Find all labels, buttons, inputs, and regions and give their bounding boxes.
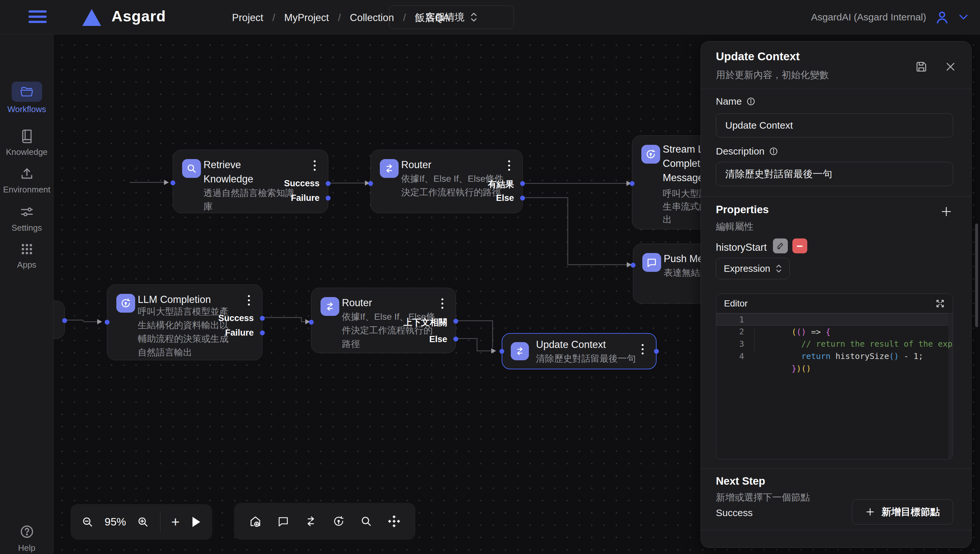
node-llm-completion[interactable]: LLM Completion 呼叫大型語言模型並產生結構化的資料輸出以輔助流程的…	[107, 285, 263, 360]
minus-icon[interactable]: −	[792, 239, 807, 253]
sidebar-item-help[interactable]: Help	[0, 524, 54, 553]
port-failure: Failure	[225, 328, 254, 338]
code-line: 1(() => {	[716, 313, 948, 326]
account-area[interactable]: AsgardAI (Asgard Internal)	[811, 0, 969, 34]
info-icon	[746, 97, 755, 106]
zoom-in-icon[interactable]	[137, 516, 149, 528]
breadcrumb-collection[interactable]: Collection	[350, 12, 394, 24]
speech-bubble-icon[interactable]	[277, 515, 289, 527]
sidebar: Workflows Knowledge Environment Settings…	[0, 34, 54, 554]
sidebar-item-knowledge[interactable]: Knowledge	[0, 129, 54, 157]
input-port-dot[interactable]	[368, 181, 373, 186]
output-port-dot-failure[interactable]	[326, 196, 331, 201]
plus-icon	[865, 507, 875, 517]
node-router-2[interactable]: Router 依據If、Else If、Else條件決定工作流程執行的路徑 上下…	[311, 288, 456, 353]
property-name: historyStart	[716, 242, 767, 253]
plus-icon[interactable]	[940, 205, 953, 218]
output-port-dot-success[interactable]	[260, 316, 265, 321]
property-type-select[interactable]: Expression	[716, 258, 790, 279]
output-port-dot-else[interactable]	[453, 337, 458, 341]
name-input[interactable]: Update Context	[716, 113, 953, 137]
input-port-dot[interactable]	[171, 180, 175, 185]
router-arrows-icon	[511, 342, 529, 360]
top-bar: Asgard Project / MyProject / Collection …	[0, 0, 980, 34]
port-failure: Failure	[291, 193, 320, 203]
breadcrumb-project[interactable]: Project	[232, 12, 263, 24]
toolbar-divider	[160, 512, 161, 532]
zoom-out-icon[interactable]	[81, 516, 94, 528]
search-icon	[182, 159, 201, 178]
logo-triangle-icon	[82, 8, 102, 27]
sidebar-item-apps[interactable]: Apps	[0, 242, 54, 270]
node-description: 依據If、Else If、Else條件決定工作流程執行的路徑	[342, 310, 439, 351]
apps-grid-icon	[20, 242, 34, 256]
output-port-dot-success[interactable]	[326, 181, 331, 186]
input-port-dot[interactable]	[630, 181, 634, 186]
panel-scrollbar[interactable]	[975, 224, 978, 327]
add-node-button[interactable]: +	[171, 515, 180, 529]
node-retrieve-knowledge[interactable]: Retrieve Knowledge 透過自然語言檢索知識庫 Success F…	[173, 150, 328, 213]
zoom-level: 95%	[105, 516, 126, 528]
kebab-menu-icon[interactable]	[505, 160, 513, 173]
edit-icon[interactable]	[773, 239, 788, 253]
panel-subtitle: 用於更新內容，初始化變數	[716, 69, 829, 82]
router-arrows-icon	[380, 159, 398, 178]
sidebar-item-workflows[interactable]: Workflows	[0, 82, 54, 115]
brand-title: Asgard	[112, 7, 166, 25]
environment-select[interactable]: 客服情境	[389, 5, 514, 29]
output-port-dot[interactable]	[62, 318, 67, 323]
input-port-dot[interactable]	[105, 320, 110, 325]
description-label: Description	[716, 146, 778, 157]
sidebar-item-environment[interactable]: Environment	[0, 167, 54, 195]
llm-refresh-bulb-icon	[641, 145, 660, 164]
node-title: Update Context	[536, 337, 606, 352]
chevron-updown-icon	[470, 12, 477, 23]
kebab-menu-icon[interactable]	[311, 160, 319, 173]
node-description: 透過自然語言檢索知識庫	[204, 186, 302, 213]
kebab-menu-icon[interactable]	[638, 344, 647, 357]
breadcrumb-myproject[interactable]: MyProject	[284, 12, 329, 24]
output-port-dot[interactable]	[654, 349, 659, 354]
expression-editor[interactable]: Editor 1(() => { 2 // return the result …	[716, 293, 953, 459]
menu-icon[interactable]	[29, 10, 47, 24]
move-diamonds-icon[interactable]	[387, 515, 400, 528]
input-port-dot[interactable]	[631, 263, 636, 267]
divider	[701, 468, 972, 469]
output-port-dot-failure[interactable]	[260, 330, 265, 335]
router-arrows-icon	[320, 297, 339, 316]
output-port-dot-result[interactable]	[520, 181, 525, 186]
router-arrows-icon[interactable]	[304, 515, 317, 528]
search-icon[interactable]	[360, 515, 372, 527]
kebab-menu-icon[interactable]	[245, 295, 253, 308]
node-desc-line: 出	[663, 213, 672, 226]
play-icon[interactable]	[191, 516, 202, 528]
output-port-dot-else[interactable]	[520, 196, 525, 201]
code-area[interactable]: 1(() => { 2 // return the result of the …	[716, 313, 953, 459]
folder-icon	[12, 82, 42, 102]
add-target-node-button[interactable]: 新增目標節點	[852, 499, 953, 525]
divider	[701, 89, 972, 89]
close-icon[interactable]	[945, 61, 956, 73]
add-home-icon[interactable]	[249, 515, 262, 528]
person-icon[interactable]	[935, 10, 950, 25]
output-port-dot-context[interactable]	[453, 319, 458, 324]
node-title: Push Me	[664, 252, 703, 266]
save-icon[interactable]	[915, 60, 928, 73]
description-input[interactable]: 清除歷史對話留最後一句	[716, 162, 953, 186]
input-port-dot[interactable]	[499, 349, 504, 354]
node-title: Retrieve Knowledge	[204, 158, 276, 186]
node-title-line: Message	[663, 171, 704, 185]
chevron-down-icon[interactable]	[958, 13, 969, 21]
input-port-dot[interactable]	[309, 320, 314, 325]
kebab-menu-icon[interactable]	[438, 298, 446, 311]
editor-header: Editor	[716, 294, 953, 313]
properties-subtitle: 編輯屬性	[716, 220, 754, 233]
node-update-context[interactable]: Update Context 清除歷史對話留最後一句	[502, 333, 657, 369]
llm-refresh-bulb-icon[interactable]	[332, 515, 345, 528]
expand-icon[interactable]	[935, 299, 945, 309]
speech-bubble-icon	[642, 253, 661, 272]
port-else: Else	[496, 193, 514, 203]
node-router-1[interactable]: Router 依據If、Else If、Else條件決定工作流程執行的路徑 有結…	[370, 150, 523, 213]
sidebar-item-settings[interactable]: Settings	[0, 205, 54, 233]
upload-icon	[20, 167, 34, 181]
